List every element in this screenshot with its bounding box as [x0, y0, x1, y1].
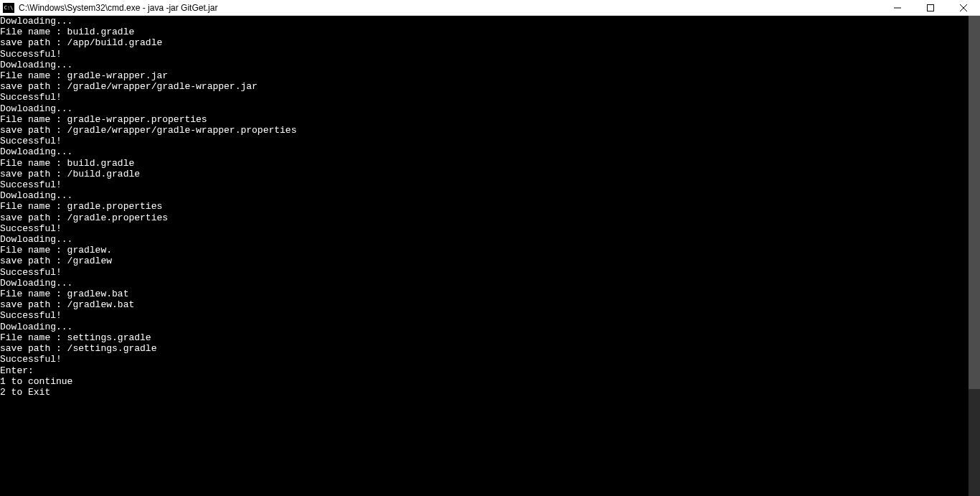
terminal-line: save path : /gradle/wrapper/gradle-wrapp…: [0, 125, 969, 136]
terminal-line: Dowloading...: [0, 190, 969, 201]
window-controls: [881, 0, 980, 15]
minimize-button[interactable]: [881, 0, 914, 15]
terminal-line: Dowloading...: [0, 103, 969, 114]
terminal-line: save path : /gradlew: [0, 256, 969, 266]
terminal-line: save path : /app/build.gradle: [0, 37, 969, 48]
close-button[interactable]: [947, 0, 980, 15]
terminal-line: Dowloading...: [0, 322, 969, 332]
terminal-line: Successful!: [0, 223, 969, 234]
terminal-line: save path : /settings.gradle: [0, 343, 969, 354]
terminal-line: Successful!: [0, 136, 969, 146]
scrollbar[interactable]: [969, 16, 980, 496]
window-title: C:\Windows\System32\cmd.exe - java -jar …: [19, 3, 881, 13]
terminal-line: save path : /build.gradle: [0, 169, 969, 179]
terminal-line: Dowloading...: [0, 234, 969, 245]
close-icon: [960, 4, 967, 11]
terminal-line: File name : gradle.properties: [0, 201, 969, 212]
terminal-line: Successful!: [0, 179, 969, 190]
maximize-button[interactable]: [914, 0, 947, 15]
terminal-line: Dowloading...: [0, 278, 969, 289]
terminal-line: save path : /gradlew.bat: [0, 299, 969, 310]
terminal-line: File name : settings.gradle: [0, 332, 969, 343]
terminal-line: save path : /gradle/wrapper/gradle-wrapp…: [0, 81, 969, 92]
terminal-line: File name : build.gradle: [0, 27, 969, 37]
terminal-area: Dowloading...File name : build.gradlesav…: [0, 16, 980, 496]
minimize-icon: [894, 4, 901, 11]
titlebar[interactable]: C:\Windows\System32\cmd.exe - java -jar …: [0, 0, 980, 16]
terminal-line: Successful!: [0, 310, 969, 321]
terminal-line: File name : gradle-wrapper.jar: [0, 70, 969, 81]
maximize-icon: [927, 4, 934, 11]
terminal-line: Dowloading...: [0, 60, 969, 70]
terminal-line: Dowloading...: [0, 146, 969, 157]
terminal-line: File name : gradlew.bat: [0, 289, 969, 299]
terminal-line: File name : build.gradle: [0, 158, 969, 169]
svg-rect-1: [928, 4, 934, 11]
terminal-line: Successful!: [0, 267, 969, 278]
terminal-line: 2 to Exit: [0, 387, 969, 398]
terminal-line: File name : gradlew.: [0, 245, 969, 256]
terminal-line: Successful!: [0, 49, 969, 60]
terminal-line: Dowloading...: [0, 16, 969, 27]
terminal-line: Successful!: [0, 354, 969, 365]
terminal-output[interactable]: Dowloading...File name : build.gradlesav…: [0, 16, 969, 496]
cmd-icon: [3, 3, 14, 13]
terminal-line: Successful!: [0, 92, 969, 103]
terminal-line: save path : /gradle.properties: [0, 212, 969, 223]
terminal-line: Enter:: [0, 365, 969, 376]
terminal-line: 1 to continue: [0, 376, 969, 387]
cmd-window: C:\Windows\System32\cmd.exe - java -jar …: [0, 0, 980, 496]
terminal-line: File name : gradle-wrapper.properties: [0, 114, 969, 125]
scrollbar-thumb[interactable]: [969, 16, 980, 389]
